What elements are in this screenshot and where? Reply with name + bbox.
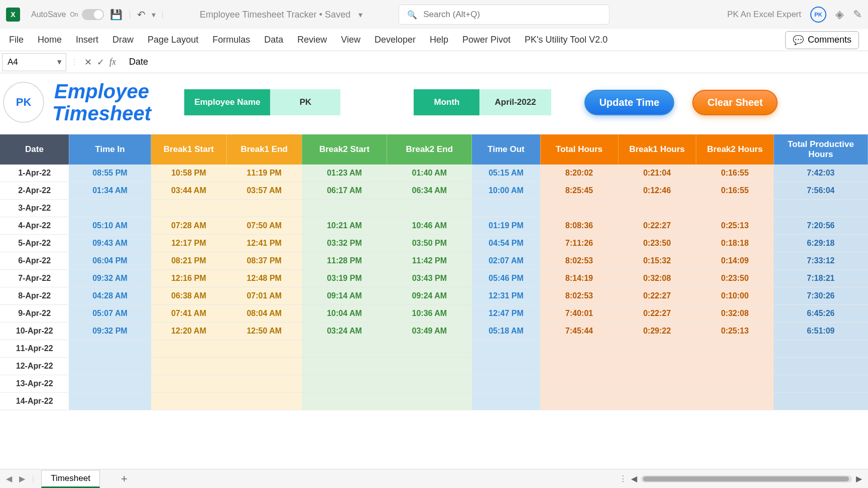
cell-time-in[interactable] [69,375,151,393]
cell-total-hours[interactable]: 7:45:44 [540,322,618,340]
cell-break1-hours[interactable]: 0:21:04 [618,165,696,182]
cell-break2-hours[interactable]: 0:16:55 [696,182,774,200]
cell-time-in[interactable]: 06:04 PM [69,252,151,270]
table-row[interactable]: 5-Apr-2209:43 AM12:17 PM12:41 PM03:32 PM… [0,235,868,252]
cell-break2-start[interactable]: 01:23 AM [302,165,387,182]
cell-time-out[interactable]: 02:07 AM [472,252,540,270]
fx-icon[interactable]: fx [109,57,116,67]
tab-draw[interactable]: Draw [112,35,134,45]
cell-break1-end[interactable] [226,200,302,217]
col-break1-start[interactable]: Break1 Start [151,134,226,165]
tab-home[interactable]: Home [38,35,62,45]
cell-break2-start[interactable] [302,393,387,410]
prev-sheet-icon[interactable]: ◀ [6,474,12,483]
cell-break2-end[interactable] [387,358,472,375]
cell-productive-hours[interactable]: 6:29:18 [774,235,867,252]
table-row[interactable]: 9-Apr-2205:07 AM07:41 AM08:04 AM10:04 AM… [0,305,868,322]
cell-break2-hours[interactable]: 0:23:50 [696,270,774,287]
name-box[interactable]: A4 [2,53,66,71]
cell-total-hours[interactable] [540,358,618,375]
cell-break2-end[interactable] [387,200,472,217]
month-value[interactable]: April-2022 [479,89,551,115]
cell-break1-hours[interactable]: 0:22:27 [618,287,696,305]
title-dropdown-icon[interactable]: ▾ [358,10,362,20]
cell-productive-hours[interactable] [774,200,867,217]
cell-break1-start[interactable]: 12:20 AM [151,322,226,340]
table-row[interactable]: 12-Apr-22 [0,358,868,375]
cell-time-out[interactable]: 04:54 PM [472,235,540,252]
cell-break2-start[interactable] [302,358,387,375]
cell-break2-end[interactable] [387,393,472,410]
pen-icon[interactable]: ✎ [853,8,862,21]
cell-break1-hours[interactable]: 0:23:50 [618,235,696,252]
cell-productive-hours[interactable] [774,375,867,393]
cell-time-out[interactable] [472,393,540,410]
cell-time-out[interactable] [472,200,540,217]
cell-break2-end[interactable]: 06:34 AM [387,182,472,200]
cell-break2-end[interactable]: 01:40 AM [387,165,472,182]
cell-productive-hours[interactable] [774,393,867,410]
cell-time-in[interactable]: 08:55 PM [69,165,151,182]
cell-productive-hours[interactable] [774,340,867,358]
cell-break2-hours[interactable]: 0:32:08 [696,305,774,322]
cell-break2-hours[interactable]: 0:25:13 [696,322,774,340]
cell-time-in[interactable]: 04:28 AM [69,287,151,305]
cell-break1-start[interactable] [151,340,226,358]
add-sheet-icon[interactable]: + [121,472,128,485]
table-row[interactable]: 10-Apr-2209:32 PM12:20 AM12:50 AM03:24 A… [0,322,868,340]
cell-break2-end[interactable]: 10:46 AM [387,217,472,235]
tab-help[interactable]: Help [430,35,448,45]
cell-total-hours[interactable] [540,375,618,393]
cell-break1-end[interactable]: 11:19 PM [226,165,302,182]
table-row[interactable]: 7-Apr-2209:32 AM12:16 PM12:48 PM03:19 PM… [0,270,868,287]
cell-break1-start[interactable]: 07:41 AM [151,305,226,322]
table-row[interactable]: 8-Apr-2204:28 AM06:38 AM07:01 AM09:14 AM… [0,287,868,305]
cell-break1-start[interactable] [151,358,226,375]
cell-productive-hours[interactable]: 7:20:56 [774,217,867,235]
cell-break1-end[interactable]: 12:48 PM [226,270,302,287]
cell-break1-hours[interactable]: 0:29:22 [618,322,696,340]
qat-dropdown-icon[interactable]: ▾ [152,10,156,20]
cell-time-in[interactable]: 05:07 AM [69,305,151,322]
tab-insert[interactable]: Insert [76,35,98,45]
cell-break2-start[interactable]: 03:32 PM [302,235,387,252]
tab-formulas[interactable]: Formulas [212,35,250,45]
cell-time-in[interactable] [69,393,151,410]
cell-break2-start[interactable] [302,375,387,393]
scroll-right-icon[interactable]: ▶ [856,474,862,483]
update-time-button[interactable]: Update Time [584,90,675,115]
table-row[interactable]: 6-Apr-2206:04 PM08:21 PM08:37 PM11:28 PM… [0,252,868,270]
cell-break1-end[interactable] [226,375,302,393]
cell-date[interactable]: 6-Apr-22 [0,252,69,270]
cell-time-out[interactable]: 05:46 PM [472,270,540,287]
cell-time-out[interactable]: 05:18 AM [472,322,540,340]
table-row[interactable]: 14-Apr-22 [0,393,868,410]
cell-break1-end[interactable]: 07:50 AM [226,217,302,235]
cell-date[interactable]: 5-Apr-22 [0,235,69,252]
tab-power-pivot[interactable]: Power Pivot [462,35,511,45]
cell-productive-hours[interactable]: 7:30:26 [774,287,867,305]
col-time-out[interactable]: Time Out [472,134,540,165]
cell-time-out[interactable]: 05:15 AM [472,165,540,182]
cell-break2-end[interactable] [387,375,472,393]
cell-total-hours[interactable]: 7:11:26 [540,235,618,252]
clear-sheet-button[interactable]: Clear Sheet [692,90,778,115]
cell-break1-start[interactable]: 03:44 AM [151,182,226,200]
col-break2-start[interactable]: Break2 Start [302,134,387,165]
col-date[interactable]: Date [0,134,69,165]
cell-break1-hours[interactable]: 0:32:08 [618,270,696,287]
cell-break1-hours[interactable] [618,393,696,410]
cell-productive-hours[interactable] [774,358,867,375]
cell-total-hours[interactable]: 8:02:53 [540,287,618,305]
sheet-tab-timesheet[interactable]: Timesheet [41,470,100,488]
tab-file[interactable]: File [9,35,24,45]
cell-break2-start[interactable]: 06:17 AM [302,182,387,200]
cell-date[interactable]: 11-Apr-22 [0,340,69,358]
tab-view[interactable]: View [341,35,360,45]
table-row[interactable]: 3-Apr-22 [0,200,868,217]
cell-break2-hours[interactable] [696,375,774,393]
cell-break2-start[interactable]: 09:14 AM [302,287,387,305]
cell-break1-start[interactable]: 08:21 PM [151,252,226,270]
cell-time-out[interactable] [472,358,540,375]
cell-break2-hours[interactable] [696,200,774,217]
